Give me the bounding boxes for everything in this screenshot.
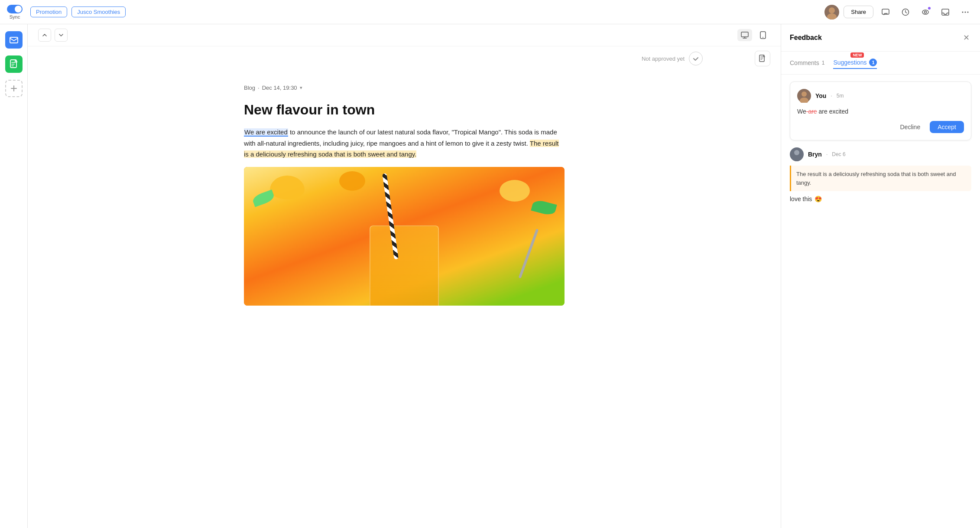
inbox-icon-button[interactable] [938, 4, 953, 20]
doc-type: Blog [244, 85, 255, 91]
highlighted-text: We are excited [244, 128, 288, 137]
leaf-2 [531, 199, 557, 216]
eye-icon-button[interactable] [918, 4, 933, 20]
clock-icon-button[interactable] [898, 4, 913, 20]
comment-date: Dec 6 [832, 151, 845, 157]
doc-icon-button[interactable] [755, 51, 770, 66]
topbar: Sync Promotion Jusco Smoothies Share [0, 0, 980, 24]
suggestion-strikethrough: -are [806, 108, 817, 115]
svg-rect-10 [10, 37, 18, 43]
comment-author: Bryn [808, 151, 822, 158]
tab-suggestions[interactable]: Suggestions NEW 1 [833, 57, 877, 69]
notification-dot [927, 6, 931, 10]
body-text-2: to announce the launch of our latest nat… [244, 128, 557, 147]
more-icon-button[interactable] [957, 4, 973, 20]
sync-label: Sync [10, 14, 20, 20]
approval-check-button[interactable] [689, 52, 703, 65]
comment-emoji: 😍 [815, 196, 822, 202]
sync-area: Sync [7, 5, 23, 20]
doc-date: Dec 14, 19:30 [262, 85, 297, 91]
svg-point-14 [763, 37, 763, 38]
tab-comments-label: Comments [790, 59, 819, 66]
svg-rect-11 [10, 60, 16, 68]
svg-point-9 [967, 11, 969, 13]
nav-down-button[interactable] [55, 29, 68, 42]
svg-point-4 [922, 10, 928, 14]
comment-card: Bryn · Dec 6 The result is a deliciously… [790, 147, 971, 202]
doc-image-inner [244, 167, 565, 306]
feedback-body: You · 5m We-are are excited Decline Acce… [781, 75, 980, 528]
approval-bar: Not approved yet [28, 46, 781, 71]
suggestion-before: We [797, 108, 806, 115]
leaf-1 [251, 189, 276, 207]
sidebar-add-button[interactable] [5, 80, 23, 97]
feedback-panel: Feedback ✕ Comments 1 Suggestions NEW 1 [781, 24, 980, 528]
suggestion-time: 5m [837, 93, 844, 99]
meta-chevron-icon[interactable]: ▾ [300, 85, 302, 91]
doc-content: Blog · Dec 14, 19:30 ▾ New flavour in to… [209, 71, 599, 319]
suggestion-after: are excited [817, 108, 848, 115]
sidebar-icon-doc[interactable] [5, 55, 23, 73]
svg-point-1 [827, 13, 837, 20]
comment-quote: The result is a deliciously refreshing s… [790, 166, 971, 191]
tab-comments[interactable]: Comments 1 [790, 58, 824, 68]
spoon [519, 228, 539, 278]
svg-point-5 [925, 11, 927, 13]
doc-image [244, 167, 565, 306]
feedback-title: Feedback [790, 34, 961, 42]
promotion-tag[interactable]: Promotion [30, 7, 67, 17]
new-badge: NEW [850, 52, 864, 58]
sync-toggle[interactable] [7, 5, 23, 13]
svg-point-17 [800, 98, 808, 103]
comment-dot: · [826, 151, 827, 157]
nav-up-button[interactable] [38, 29, 51, 42]
main-layout: Not approved yet Blog · Dec 14, 19:30 ▾ … [0, 24, 980, 528]
comment-header: Bryn · Dec 6 [790, 147, 971, 161]
svg-rect-12 [741, 32, 748, 37]
feedback-tabs: Comments 1 Suggestions NEW 1 [781, 52, 980, 75]
svg-point-16 [802, 91, 807, 97]
doc-title: New flavour in town [244, 101, 565, 118]
mango-piece-1 [270, 176, 305, 199]
suggestion-dot: · [831, 93, 832, 99]
left-sidebar [0, 24, 28, 528]
company-tag[interactable]: Jusco Smoothies [71, 7, 126, 17]
comment-body: love this [790, 196, 812, 202]
mango-piece-3 [339, 171, 365, 191]
desktop-view-button[interactable] [737, 29, 752, 41]
suggestion-author: You [815, 92, 826, 99]
svg-point-19 [792, 156, 801, 161]
feedback-header: Feedback ✕ [781, 24, 980, 52]
doc-body: We are excited to announce the launch of… [244, 127, 565, 160]
glass [370, 225, 439, 306]
toggle-knob [15, 6, 22, 13]
sidebar-icon-mail[interactable] [5, 31, 23, 49]
doc-meta: Blog · Dec 14, 19:30 ▾ [244, 85, 565, 91]
tab-comments-count: 1 [822, 60, 825, 66]
tab-suggestions-label: Suggestions [833, 59, 866, 66]
suggestion-card: You · 5m We-are are excited Decline Acce… [790, 81, 971, 140]
svg-point-0 [829, 7, 835, 13]
mango-piece-2 [500, 180, 530, 202]
mobile-view-button[interactable] [756, 29, 770, 41]
close-feedback-button[interactable]: ✕ [961, 31, 971, 44]
approval-label: Not approved yet [642, 55, 685, 62]
doc-paragraph-1: We are excited to announce the launch of… [244, 127, 565, 160]
svg-point-8 [965, 11, 966, 13]
svg-point-7 [962, 11, 964, 13]
content-area: Not approved yet Blog · Dec 14, 19:30 ▾ … [28, 24, 781, 528]
suggestion-actions: Decline Accept [797, 121, 964, 133]
accept-button[interactable]: Accept [930, 121, 964, 133]
svg-point-18 [794, 150, 799, 155]
doc-toolbar [28, 24, 781, 46]
user-avatar[interactable] [824, 5, 839, 20]
suggestions-count-badge: 1 [869, 59, 877, 66]
suggestion-card-header: You · 5m [797, 89, 964, 103]
decline-button[interactable]: Decline [895, 121, 925, 133]
comment-avatar [790, 147, 804, 161]
share-button[interactable]: Share [844, 6, 873, 18]
comment-text: love this 😍 [790, 196, 971, 202]
straw [382, 173, 399, 259]
comment-icon-button[interactable] [878, 4, 893, 20]
doc-separator: · [258, 85, 260, 91]
